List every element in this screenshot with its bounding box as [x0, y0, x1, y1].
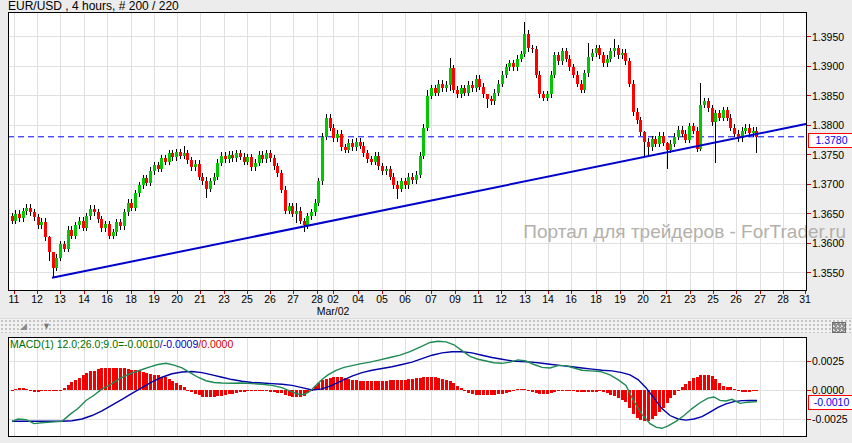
x-axis-label: 19 [614, 293, 626, 305]
candle-body [580, 84, 583, 90]
macd-axis-label: -0.0025 [812, 413, 848, 425]
candle-body [404, 181, 407, 185]
macd-histogram-bar [25, 389, 28, 390]
candle-body [411, 177, 414, 181]
macd-histogram-bar [527, 390, 530, 391]
x-axis-label: 28 [777, 293, 789, 305]
candle-body [568, 59, 571, 67]
macd-histogram-bar [29, 390, 32, 391]
candle-body [576, 75, 579, 84]
candle-body [726, 110, 729, 118]
candle-body [329, 118, 332, 128]
macd-histogram-bar [482, 390, 485, 395]
candle-body [344, 147, 347, 149]
macd-histogram-bar [216, 390, 219, 396]
candle-body [613, 48, 616, 51]
arrow-down-icon[interactable]: ▼ [42, 320, 51, 333]
macd-histogram-bar [14, 389, 17, 390]
candle-body [224, 156, 227, 160]
candle-body [426, 96, 429, 128]
macd-histogram-bar [624, 390, 627, 402]
candle-body [531, 48, 534, 49]
candle-body [25, 208, 28, 212]
candle-body [621, 53, 624, 55]
macd-histogram-bar [422, 377, 425, 390]
candle-body [209, 181, 212, 189]
candle-body [729, 118, 732, 128]
candle-body [11, 216, 14, 220]
macd-histogram-bar [168, 379, 171, 390]
candle-body [40, 222, 43, 226]
price-axis-label: 1.3550 [812, 267, 844, 279]
candle-body [246, 157, 249, 161]
candle-body [306, 216, 309, 225]
macd-histogram-bar [205, 390, 208, 397]
macd-histogram-bar [553, 390, 556, 392]
candle-body [355, 142, 358, 148]
candle-body [419, 156, 422, 175]
candle-body [587, 57, 590, 73]
macd-histogram-bar [647, 390, 650, 421]
x-axis-label: 25 [707, 293, 719, 305]
x-axis-label: 26 [264, 293, 276, 305]
macd-histogram-bar [460, 388, 463, 390]
candle-body [89, 209, 92, 217]
macd-histogram-bar [677, 390, 680, 391]
candle-body [366, 153, 369, 159]
macd-histogram-bar [490, 390, 493, 395]
macd-histogram-bar [523, 389, 526, 390]
macd-histogram-bar [127, 369, 130, 390]
candle-body [340, 134, 343, 148]
candle-body [119, 222, 122, 226]
macd-indicator-label: MACD(1) 12.0;26.0;9.0=-0.0010/-0.0009/0.… [10, 338, 233, 350]
macd-histogram-bar [617, 390, 620, 398]
price-chart-canvas[interactable]: Портал для трейдеров - ForTrader.ru [0, 0, 852, 443]
candle-body [707, 101, 710, 108]
candle-body [692, 126, 695, 131]
candle-body [321, 137, 324, 181]
candle-body [157, 165, 160, 169]
macd-histogram-bar [70, 382, 73, 390]
candle-body [460, 88, 463, 94]
candle-body [175, 152, 178, 157]
candle-body [441, 84, 444, 89]
price-axis-label: 1.3900 [812, 60, 844, 72]
candle-body [22, 211, 25, 218]
macd-histogram-bar [33, 390, 36, 392]
macd-histogram-bar [437, 378, 440, 390]
candle-body [523, 34, 526, 55]
candle-body [407, 177, 410, 185]
macd-histogram-bar [595, 390, 598, 392]
macd-histogram-bar [276, 390, 279, 393]
candle-body [445, 85, 448, 89]
panel-splitter[interactable]: ◢ ▼ [0, 318, 852, 333]
x-axis-label: 28 [311, 293, 323, 305]
cursor-icon[interactable]: ◢ [20, 320, 27, 333]
candle-body [535, 49, 538, 74]
candle-body [520, 54, 523, 59]
candle-body [662, 136, 665, 143]
candle-body [400, 181, 403, 189]
macd-histogram-bar [359, 381, 362, 390]
macd-histogram-bar [74, 380, 77, 390]
macd-histogram-bar [11, 390, 14, 391]
candle-body [463, 88, 466, 92]
candle-body [201, 177, 204, 181]
candle-body [198, 164, 201, 177]
candle-body [70, 230, 73, 236]
macd-histogram-bar [392, 380, 395, 390]
candle-body [643, 132, 646, 141]
candle-body [497, 84, 500, 93]
candle-body [228, 155, 231, 160]
candle-body [609, 51, 612, 59]
price-axis-label: 1.3950 [812, 31, 844, 43]
candle-body [100, 219, 103, 228]
x-axis-label: 04 [352, 293, 364, 305]
candle-body [231, 155, 234, 159]
candle-body [415, 175, 418, 181]
candle-body [658, 136, 661, 144]
grip-icon[interactable] [832, 322, 846, 333]
x-axis-label: 14 [542, 293, 554, 305]
macd-histogram-bar [22, 388, 25, 390]
candle-body [639, 120, 642, 132]
